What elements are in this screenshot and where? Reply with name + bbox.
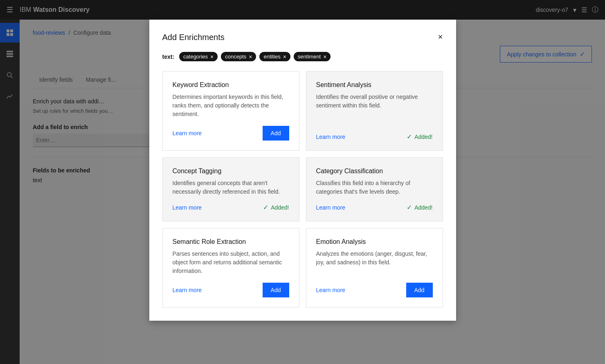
tag-concepts-label: concepts <box>225 54 246 60</box>
card-keyword-extraction-learn-more[interactable]: Learn more <box>173 130 202 136</box>
added-check-icon-2: ✓ <box>263 203 268 211</box>
card-semantic-role-extraction-title: Semantic Role Extraction <box>173 238 289 246</box>
tag-entities-remove[interactable]: × <box>283 54 286 60</box>
card-concept-tagging-learn-more[interactable]: Learn more <box>173 204 202 211</box>
card-sentiment-analysis-added-label: Added! <box>414 134 432 140</box>
card-semantic-role-extraction-footer: Learn more Add <box>173 283 289 297</box>
modal-header: Add Enrichments × <box>162 33 443 42</box>
card-semantic-role-extraction-add-button[interactable]: Add <box>263 283 289 297</box>
tag-categories: categories × <box>179 52 218 61</box>
card-category-classification-learn-more[interactable]: Learn more <box>316 204 346 211</box>
enrichment-cards-grid: Keyword Extraction Determines important … <box>162 71 443 308</box>
added-check-icon: ✓ <box>407 133 412 141</box>
card-emotion-analysis: Emotion Analysis Analyzes the emotions (… <box>306 228 443 308</box>
tag-sentiment-remove[interactable]: × <box>323 54 326 60</box>
card-keyword-extraction-desc: Determines important keywords in this fi… <box>173 93 289 118</box>
card-semantic-role-extraction-learn-more[interactable]: Learn more <box>173 287 202 293</box>
card-emotion-analysis-title: Emotion Analysis <box>316 238 433 246</box>
added-check-icon-3: ✓ <box>407 203 412 211</box>
card-emotion-analysis-desc: Analyzes the emotions (anger, disgust, f… <box>316 250 433 275</box>
card-concept-tagging-added-label: Added! <box>271 204 289 211</box>
card-category-classification: Category Classification Classifies this … <box>306 157 443 221</box>
tag-sentiment: sentiment × <box>294 52 331 61</box>
tag-entities-label: entities <box>263 54 280 60</box>
card-semantic-role-extraction: Semantic Role Extraction Parses sentence… <box>162 228 299 308</box>
modal-close-button[interactable]: × <box>438 33 443 41</box>
tags-row: text: categories × concepts × entities ×… <box>162 52 443 61</box>
card-sentiment-analysis-added-status: ✓ Added! <box>407 133 432 141</box>
card-sentiment-analysis-desc: Identifies the overall positive or negat… <box>316 93 433 125</box>
card-keyword-extraction: Keyword Extraction Determines important … <box>162 71 299 151</box>
card-concept-tagging-title: Concept Tagging <box>173 167 289 175</box>
card-sentiment-analysis-footer: Learn more ✓ Added! <box>316 133 433 141</box>
card-category-classification-footer: Learn more ✓ Added! <box>316 203 433 211</box>
modal-overlay: Add Enrichments × text: categories × con… <box>0 0 605 364</box>
tag-concepts: concepts × <box>221 52 256 61</box>
card-concept-tagging-footer: Learn more ✓ Added! <box>173 203 289 211</box>
card-keyword-extraction-title: Keyword Extraction <box>173 81 289 89</box>
card-concept-tagging: Concept Tagging Identifies general conce… <box>162 157 299 221</box>
card-keyword-extraction-add-button[interactable]: Add <box>263 126 289 141</box>
card-concept-tagging-added-status: ✓ Added! <box>263 203 289 211</box>
card-sentiment-analysis-title: Sentiment Analysis <box>316 81 433 89</box>
modal-title: Add Enrichments <box>162 33 225 42</box>
card-category-classification-added-status: ✓ Added! <box>407 203 432 211</box>
modal: Add Enrichments × text: categories × con… <box>149 20 456 321</box>
tag-categories-remove[interactable]: × <box>210 54 214 60</box>
tag-sentiment-label: sentiment <box>298 54 321 60</box>
card-category-classification-added-label: Added! <box>414 204 432 211</box>
tags-label: text: <box>162 54 175 60</box>
card-emotion-analysis-learn-more[interactable]: Learn more <box>316 287 346 293</box>
card-category-classification-desc: Classifies this field into a hierarchy o… <box>316 179 433 196</box>
tag-entities: entities × <box>259 52 290 61</box>
card-emotion-analysis-add-button[interactable]: Add <box>406 283 433 297</box>
card-sentiment-analysis: Sentiment Analysis Identifies the overal… <box>306 71 443 151</box>
card-category-classification-title: Category Classification <box>316 167 433 175</box>
tag-concepts-remove[interactable]: × <box>249 54 252 60</box>
card-emotion-analysis-footer: Learn more Add <box>316 283 433 297</box>
card-keyword-extraction-footer: Learn more Add <box>173 126 289 141</box>
card-sentiment-analysis-learn-more[interactable]: Learn more <box>316 134 346 140</box>
tag-categories-label: categories <box>183 54 208 60</box>
card-concept-tagging-desc: Identifies general concepts that aren't … <box>173 179 289 196</box>
card-semantic-role-extraction-desc: Parses sentences into subject, action, a… <box>173 250 289 275</box>
